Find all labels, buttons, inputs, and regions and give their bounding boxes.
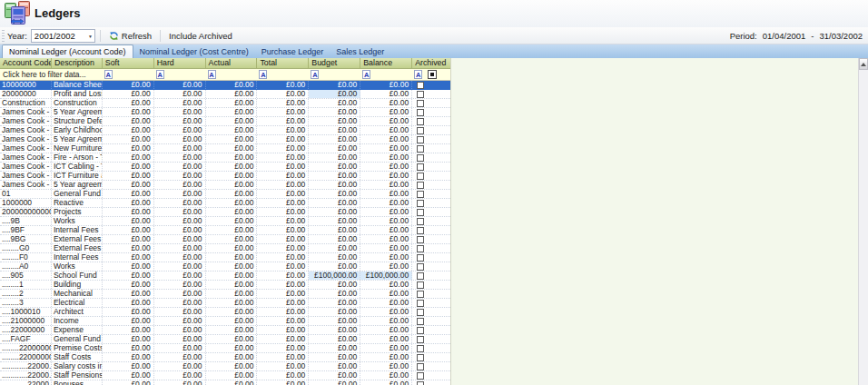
grid-row[interactable]: James Cook - 2...5 Year agreeme...£0.00£…: [0, 181, 450, 190]
refresh-button[interactable]: Refresh: [105, 28, 155, 44]
grid-row[interactable]: ............22000...Staff Pensions£0.00£…: [0, 371, 450, 380]
tab-purchase-ledger[interactable]: Purchase Ledger: [255, 45, 330, 58]
archived-checkbox[interactable]: [417, 182, 424, 189]
archived-checkbox[interactable]: [417, 345, 424, 352]
grid-row[interactable]: ........A0Works£0.00£0.00£0.00£0.00£0.00…: [0, 262, 450, 271]
grid-row[interactable]: ....FAGFGeneral Fund£0.00£0.00£0.00£0.00…: [0, 335, 450, 344]
grid-row[interactable]: James Cook - 2...Early Childhood...£0.00…: [0, 126, 450, 135]
archived-checkbox[interactable]: [417, 100, 424, 107]
grid-row[interactable]: ........F0Internal Fees£0.00£0.00£0.00£0…: [0, 253, 450, 262]
filter-prompt[interactable]: Click here to filter data...: [0, 70, 103, 79]
grid-row[interactable]: ........3Electrical£0.00£0.00£0.00£0.00£…: [0, 299, 450, 308]
column-header-total[interactable]: Total: [257, 58, 309, 68]
archived-checkbox[interactable]: [417, 82, 424, 89]
amount-cell: £0.00: [360, 90, 412, 98]
grid-row[interactable]: ....9BWorks£0.00£0.00£0.00£0.00£0.00£0.0…: [0, 217, 450, 226]
archived-checkbox[interactable]: [417, 127, 424, 134]
grid-row[interactable]: ........1Building£0.00£0.00£0.00£0.00£0.…: [0, 281, 450, 290]
filter-type-icon[interactable]: A: [208, 70, 216, 79]
filter-type-icon[interactable]: A: [104, 70, 113, 79]
column-header-account-code[interactable]: Account Code: [0, 58, 52, 68]
tab-sales-ledger[interactable]: Sales Ledger: [330, 45, 390, 58]
archived-checkbox[interactable]: [417, 145, 424, 153]
column-header-balance[interactable]: Balance: [360, 58, 412, 68]
archived-checkbox[interactable]: [417, 300, 424, 307]
year-dropdown[interactable]: 2001/2002 ▼: [31, 29, 95, 43]
grid-row[interactable]: ............22000...Salary costs incl...…: [0, 362, 450, 371]
grid-row[interactable]: James Cook - 2...Fire - Arson - Ty...£0.…: [0, 153, 450, 163]
grid-row[interactable]: ....905School Fund£0.00£0.00£0.00£0.00£1…: [0, 271, 450, 281]
archived-checkbox[interactable]: [417, 118, 424, 125]
archived-checkbox[interactable]: [417, 263, 424, 271]
archived-checkbox[interactable]: [417, 281, 424, 289]
archived-checkbox[interactable]: [417, 336, 424, 343]
filter-type-icon[interactable]: A: [311, 70, 319, 79]
grid-row[interactable]: ConstructionConstruction£0.00£0.00£0.00£…: [0, 99, 450, 108]
archived-checkbox[interactable]: [417, 363, 424, 370]
archived-checkbox[interactable]: [417, 173, 424, 180]
toolbar-grip[interactable]: [2, 30, 5, 42]
grid-row[interactable]: 20000000Profit and Loss£0.00£0.00£0.00£0…: [0, 90, 450, 99]
tab-nominal-ledger-account-code[interactable]: Nominal Ledger (Account Code): [2, 44, 133, 58]
archived-checkbox[interactable]: [417, 136, 424, 143]
archived-checkbox[interactable]: [417, 163, 424, 171]
archived-checkbox[interactable]: [417, 218, 424, 225]
archived-checkbox[interactable]: [417, 372, 424, 380]
archived-checkbox[interactable]: [417, 327, 424, 334]
column-header-budget[interactable]: Budget: [309, 58, 360, 68]
archived-checkbox[interactable]: [417, 291, 424, 298]
include-archived-button[interactable]: Include Archived: [165, 28, 236, 44]
grid-row[interactable]: ........22000000...Staff Costs£0.00£0.00…: [0, 353, 450, 362]
column-header-hard[interactable]: Hard: [154, 58, 206, 68]
archived-checkbox[interactable]: [417, 318, 424, 325]
grid-row[interactable]: ....9BGExternal Fees£0.00£0.00£0.00£0.00…: [0, 235, 450, 244]
grid-row[interactable]: ....1000010Architect£0.00£0.00£0.00£0.00…: [0, 308, 450, 317]
grid-row[interactable]: ........2Mechanical£0.00£0.00£0.00£0.00£…: [0, 290, 450, 299]
archived-checkbox[interactable]: [417, 154, 424, 162]
archived-cell: [412, 299, 450, 307]
archived-checkbox[interactable]: [417, 254, 424, 262]
archived-checkbox[interactable]: [417, 200, 424, 207]
vertical-scrollbar[interactable]: [858, 58, 868, 385]
scroll-up-button[interactable]: [859, 58, 868, 70]
grid-row[interactable]: ........G0External Fees£0.00£0.00£0.00£0…: [0, 244, 450, 253]
archived-checkbox[interactable]: [417, 91, 424, 98]
grid-row[interactable]: James Cook - 2...ICT Furniture an...£0.0…: [0, 172, 450, 181]
amount-cell: £0.00: [257, 244, 309, 252]
grid-row[interactable]: 10000000Balance Sheet£0.00£0.00£0.00£0.0…: [0, 81, 450, 90]
archived-checkbox[interactable]: [417, 309, 424, 316]
grid-row[interactable]: James Cook - 2...New Furniture a...£0.00…: [0, 144, 450, 153]
filter-type-icon[interactable]: A: [156, 70, 164, 79]
grid-row[interactable]: James Cook - 2...ICT Cabling - Ty...£0.0…: [0, 163, 450, 172]
grid-row[interactable]: ....21000000Income£0.00£0.00£0.00£0.00£0…: [0, 317, 450, 326]
filter-type-icon[interactable]: A: [362, 70, 370, 79]
archived-checkbox[interactable]: [417, 191, 424, 198]
grid-row[interactable]: ....22000000Expense£0.00£0.00£0.00£0.00£…: [0, 326, 450, 335]
grid-row[interactable]: ....9BFInternal Fees£0.00£0.00£0.00£0.00…: [0, 226, 450, 235]
archived-filter-checkbox[interactable]: [428, 70, 437, 79]
column-header-soft[interactable]: Soft: [103, 58, 154, 68]
archived-checkbox[interactable]: [417, 245, 424, 252]
archived-checkbox[interactable]: [417, 209, 424, 216]
tab-nominal-ledger-cost-centre[interactable]: Nominal Ledger (Cost Centre): [133, 45, 255, 58]
archived-checkbox[interactable]: [417, 227, 424, 234]
archived-checkbox[interactable]: [417, 354, 424, 361]
column-header-description[interactable]: Description: [52, 58, 103, 68]
grid-row[interactable]: ............22000...Bonuses£0.00£0.00£0.…: [0, 380, 450, 385]
filter-type-icon[interactable]: A: [259, 70, 267, 79]
grid-row[interactable]: James Cook - 2...5 Year Agreeme...£0.00£…: [0, 108, 450, 117]
column-header-archived[interactable]: Archived: [412, 58, 450, 68]
grid-row[interactable]: 2000000000000...Projects£0.00£0.00£0.00£…: [0, 208, 450, 217]
grid-row[interactable]: James Cook - 2...Structure Defect...£0.0…: [0, 117, 450, 126]
grid-row[interactable]: James Cook - 2...5 Year Agreeme...£0.00£…: [0, 135, 450, 144]
column-header-actual[interactable]: Actual: [206, 58, 258, 68]
grid-row[interactable]: 01General Fund£0.00£0.00£0.00£0.00£0.00£…: [0, 190, 450, 199]
archived-checkbox[interactable]: [417, 236, 424, 243]
filter-type-icon[interactable]: A: [414, 70, 422, 79]
archived-checkbox[interactable]: [417, 109, 424, 116]
archived-checkbox[interactable]: [417, 381, 424, 385]
chevron-down-icon[interactable]: ▼: [88, 34, 93, 39]
archived-checkbox[interactable]: [417, 272, 424, 280]
grid-row[interactable]: ........22000000...Premise Costs£0.00£0.…: [0, 344, 450, 353]
grid-row[interactable]: 1000000Reactive£0.00£0.00£0.00£0.00£0.00…: [0, 199, 450, 208]
